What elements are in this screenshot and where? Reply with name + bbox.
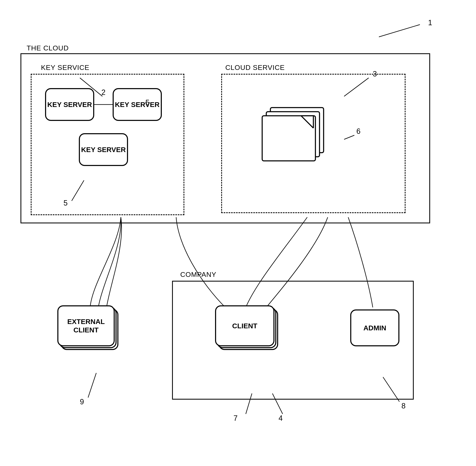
external-client-front: EXTERNALCLIENT xyxy=(57,305,115,346)
svg-line-9 xyxy=(88,373,96,397)
ref-1: 1 xyxy=(428,18,432,27)
external-client-wrapper: EXTERNALCLIENT xyxy=(57,305,121,363)
company-label: COMPANY xyxy=(180,270,216,279)
key-server-3: KEY SERVER xyxy=(79,133,128,166)
client-front: CLIENT xyxy=(215,305,274,346)
client-wrapper: CLIENT xyxy=(215,305,283,363)
diagram: 1 THE CLOUD KEY SERVICE 2 KEY SERVER KEY… xyxy=(0,0,476,466)
ref-6: 6 xyxy=(356,127,361,136)
cloud-region-label: THE CLOUD xyxy=(27,44,69,52)
ref-4: 4 xyxy=(279,414,283,422)
admin-box: ADMIN xyxy=(350,309,399,346)
ref-9: 9 xyxy=(80,397,84,406)
key-server-2: KEY SERVER xyxy=(113,88,162,121)
key-server-1: KEY SERVER xyxy=(45,88,94,121)
ref-8: 8 xyxy=(401,402,406,410)
key-service-label: KEY SERVICE xyxy=(41,64,90,71)
ref-5b: 5 xyxy=(146,98,149,107)
svg-line-0 xyxy=(379,24,420,37)
ref-7: 7 xyxy=(234,414,238,422)
ref-5a: 5 xyxy=(64,199,68,207)
cloud-docs-icon xyxy=(246,88,348,176)
cloud-service-label: CLOUD SERVICE xyxy=(225,64,285,71)
